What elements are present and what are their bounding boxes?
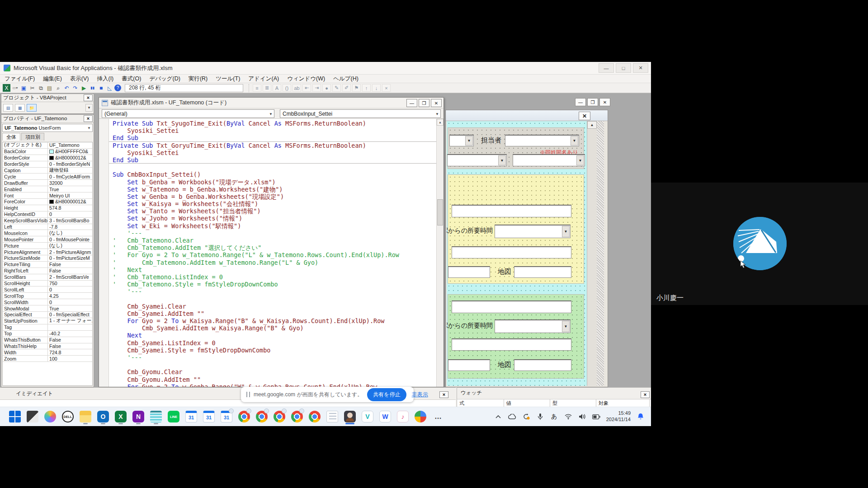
watch-close-icon[interactable]: × bbox=[641, 391, 650, 398]
redo-icon[interactable]: ↷ bbox=[71, 84, 79, 92]
outlook-icon[interactable]: O bbox=[96, 409, 110, 424]
code-close-icon[interactable]: ✕ bbox=[431, 99, 442, 107]
tab-categorized[interactable]: 項目別 bbox=[21, 133, 44, 141]
line-icon[interactable]: LINE bbox=[167, 409, 180, 424]
onenote-icon[interactable]: N bbox=[132, 409, 145, 424]
property-row[interactable]: (オブジェクト名)UF_Tatemono bbox=[3, 142, 92, 149]
google-calendar-3-icon[interactable]: 31 bbox=[220, 409, 233, 424]
text-box[interactable] bbox=[452, 338, 571, 351]
hide-bar-link[interactable]: 非表示 bbox=[412, 391, 428, 399]
chrome-profile-3-icon[interactable] bbox=[273, 409, 286, 424]
property-row[interactable]: Tag bbox=[3, 324, 92, 331]
music-app-icon[interactable]: ♪ bbox=[396, 409, 410, 424]
property-row[interactable]: MouseIcon(なし) bbox=[3, 230, 92, 236]
property-row[interactable]: KeepScrollBarsVisible3 - fmScrollBarsBo bbox=[3, 218, 92, 224]
onedrive-cloud-icon[interactable] bbox=[508, 413, 516, 421]
menu-item[interactable]: ツール(T) bbox=[216, 75, 240, 83]
edit-toolbar-icon[interactable]: ✎ bbox=[332, 84, 341, 92]
break-icon[interactable]: ▮▮ bbox=[89, 84, 96, 92]
chrome-profile-5-icon[interactable] bbox=[308, 409, 321, 424]
property-row[interactable]: Zoom100 bbox=[3, 356, 92, 362]
edit-toolbar-icon[interactable]: () bbox=[283, 84, 291, 92]
property-row[interactable]: EnabledTrue bbox=[3, 186, 92, 192]
microphone-icon[interactable] bbox=[536, 413, 544, 421]
copilot-icon[interactable] bbox=[43, 409, 57, 424]
code-minimize-icon[interactable]: — bbox=[406, 99, 417, 107]
edit-toolbar-icon[interactable]: ✐ bbox=[342, 84, 351, 92]
property-row[interactable]: Width724.8 bbox=[3, 349, 92, 356]
code-vertical-scrollbar[interactable]: ▲ bbox=[436, 119, 443, 387]
project-scroll-icon[interactable]: ▼ bbox=[85, 104, 93, 112]
menu-item[interactable]: 表示(V) bbox=[70, 75, 89, 83]
menu-item[interactable]: ファイル(F) bbox=[5, 75, 35, 83]
menu-item[interactable]: 編集(E) bbox=[43, 75, 62, 83]
property-row[interactable]: StartUpPosition1 - オーナー フォーム( bbox=[3, 318, 92, 324]
property-row[interactable]: WhatsThisHelpFalse bbox=[3, 343, 92, 350]
google-calendar-1-icon[interactable]: 31 bbox=[184, 409, 198, 424]
object-dropdown[interactable]: (General)▼ bbox=[102, 109, 274, 118]
notification-bell-icon[interactable] bbox=[637, 413, 645, 421]
edit-toolbar-icon[interactable]: A bbox=[273, 84, 281, 92]
property-row[interactable]: Top-40.2 bbox=[3, 331, 92, 337]
toggle-folders-icon[interactable]: 📁 bbox=[27, 104, 37, 112]
wifi-icon[interactable] bbox=[564, 413, 572, 421]
close-button[interactable]: ✕ bbox=[633, 63, 648, 73]
properties-object-selector[interactable]: UF_Tatemono UserForm ▼ bbox=[2, 124, 93, 132]
text-box[interactable] bbox=[452, 300, 571, 313]
combo-box[interactable]: ▼ bbox=[505, 135, 579, 146]
stop-sharing-button[interactable]: 共有を停止 bbox=[367, 388, 406, 401]
menu-item[interactable]: ヘルプ(H) bbox=[333, 75, 359, 83]
property-row[interactable]: SpecialEffect0 - fmSpecialEffect bbox=[3, 312, 92, 318]
sync-update-icon[interactable] bbox=[522, 413, 530, 421]
code-restore-icon[interactable]: ❐ bbox=[419, 99, 429, 107]
property-row[interactable]: ScrollTop4.25 bbox=[3, 293, 92, 299]
menu-item[interactable]: 実行(R) bbox=[189, 75, 208, 83]
property-row[interactable]: PictureTilingFalse bbox=[3, 262, 92, 268]
property-row[interactable]: ScrollWidth0 bbox=[3, 299, 92, 305]
view-object-icon[interactable]: ▦ bbox=[15, 104, 25, 112]
combo-box[interactable]: ▼ bbox=[513, 154, 585, 166]
procedure-dropdown[interactable]: CmbBoxInput_Settei▼ bbox=[280, 109, 441, 118]
w-app-icon[interactable]: W bbox=[378, 409, 392, 424]
property-row[interactable]: BackColor&H00FFFFC0& bbox=[3, 149, 92, 155]
tray-chevron-up-icon[interactable] bbox=[494, 413, 502, 421]
property-row[interactable]: ScrollLeft0 bbox=[3, 286, 92, 293]
code-editor[interactable]: Private Sub Txt_SyugoTime_Exit(ByVal Can… bbox=[99, 119, 443, 387]
scrollbar-thumb[interactable] bbox=[437, 199, 443, 225]
view-excel-icon[interactable]: X bbox=[3, 84, 10, 92]
combo-box[interactable]: ▼ bbox=[449, 135, 474, 146]
volume-icon[interactable] bbox=[578, 413, 586, 421]
help-icon[interactable]: ? bbox=[114, 84, 121, 91]
property-row[interactable]: BorderColor&H80000012& bbox=[3, 155, 92, 161]
paste-icon[interactable]: ▤ bbox=[46, 84, 53, 92]
edit-toolbar-icon[interactable]: ≡ bbox=[253, 84, 261, 92]
property-row[interactable]: ForeColor&H80000012& bbox=[3, 199, 92, 205]
find-icon[interactable]: ⌕ bbox=[54, 84, 62, 92]
property-row[interactable]: FontMeiryo UI bbox=[3, 192, 92, 199]
property-row[interactable]: Picture(なし) bbox=[3, 243, 92, 249]
dell-app-icon[interactable]: DELL bbox=[61, 409, 75, 424]
property-row[interactable]: Cycle0 - fmCycleAllForm bbox=[3, 174, 92, 180]
google-calendar-2-icon[interactable]: 31 bbox=[202, 409, 216, 424]
property-row[interactable]: HelpContextID0 bbox=[3, 211, 92, 218]
battery-icon[interactable] bbox=[592, 413, 600, 421]
undo-icon[interactable]: ↶ bbox=[63, 84, 71, 92]
property-row[interactable]: PictureSizeMode0 - fmPictureSizeM bbox=[3, 255, 92, 262]
meet-participant-icon[interactable] bbox=[343, 409, 357, 424]
property-row[interactable]: PictureAlignment2 - fmPictureAlignm bbox=[3, 249, 92, 255]
text-box[interactable] bbox=[452, 205, 571, 217]
view-code-icon[interactable]: ▤ bbox=[3, 104, 13, 112]
property-row[interactable]: Left-7.8 bbox=[3, 224, 92, 230]
immediate-close-icon[interactable]: × bbox=[439, 391, 448, 398]
chrome-profile-2-icon[interactable] bbox=[255, 409, 269, 424]
scroll-up-icon[interactable]: ▲ bbox=[437, 119, 443, 126]
reset-icon[interactable]: ■ bbox=[97, 84, 105, 92]
text-box[interactable] bbox=[448, 266, 490, 278]
insert-userform-icon[interactable]: ▭▾ bbox=[11, 84, 19, 92]
property-row[interactable]: RightToLeftFalse bbox=[3, 268, 92, 274]
menu-item[interactable]: 挿入(I) bbox=[97, 75, 113, 83]
combo-box[interactable]: ▼ bbox=[495, 319, 571, 333]
combo-box[interactable]: ▼ bbox=[495, 225, 571, 238]
google-photos-icon[interactable] bbox=[414, 409, 427, 424]
widgets-app-icon[interactable] bbox=[26, 409, 39, 424]
